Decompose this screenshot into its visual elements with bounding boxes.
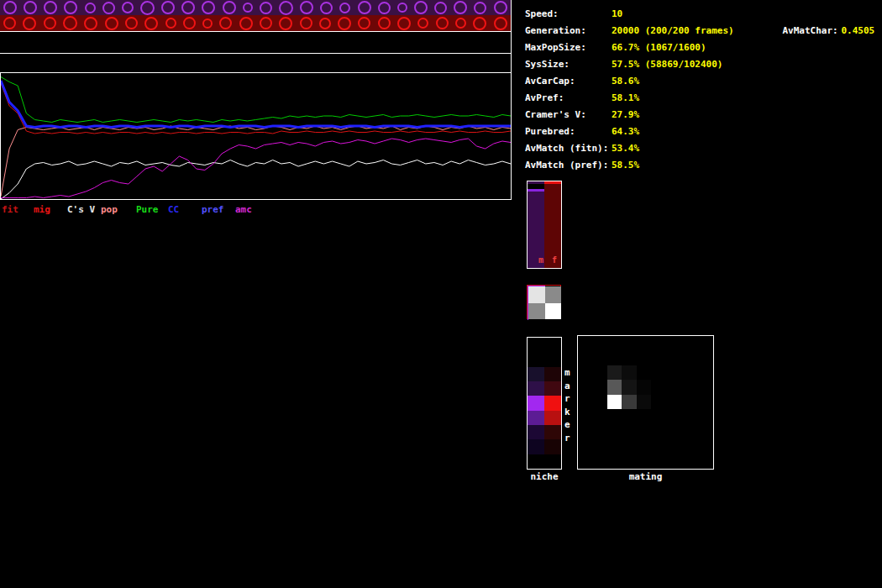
matrix-accent-edge-left xyxy=(528,286,528,320)
series-amc xyxy=(1,139,511,198)
strip-row-female xyxy=(0,15,511,31)
grid-cell xyxy=(637,365,651,380)
grid-cell xyxy=(528,303,545,320)
grid-cell xyxy=(528,367,544,381)
grid-cell xyxy=(544,425,561,439)
sex-ratio-bar: m f xyxy=(527,181,562,269)
organism-ring xyxy=(358,17,370,29)
organism-ring xyxy=(44,1,57,14)
stat-value: 58.1% xyxy=(612,92,639,103)
stat-row: AvPref:58.1% xyxy=(525,90,734,107)
stat-value: 64.3% xyxy=(612,126,639,137)
stat-value: 20000 (200/200 frames) xyxy=(612,25,734,36)
stat-value: 66.7% (1067/1600) xyxy=(612,42,706,53)
organism-ring xyxy=(378,17,391,29)
grid-cell xyxy=(528,381,544,396)
organism-ring xyxy=(202,1,215,14)
organism-ring xyxy=(223,1,236,14)
matrix-accent-edge-top xyxy=(528,286,545,286)
stat-label: AvPref: xyxy=(525,90,612,107)
organism-ring xyxy=(85,3,96,13)
stat-label: SysSize: xyxy=(525,56,612,73)
stat-label: AvMatch (pref): xyxy=(525,157,612,174)
grid-cell xyxy=(528,411,544,425)
grid-cell xyxy=(544,411,561,425)
stat-value: 27.9% xyxy=(612,109,639,120)
niche-panel xyxy=(527,337,562,470)
organism-ring xyxy=(454,1,467,14)
series-CsV xyxy=(1,160,511,200)
stat-row: Cramer's V:27.9% xyxy=(525,107,734,123)
legend-item-amc: amc xyxy=(235,204,252,215)
grid-cell xyxy=(544,352,561,366)
organism-ring xyxy=(102,2,115,14)
legend-item-pref: pref xyxy=(202,204,224,215)
simulation-window: fitmigC's VpopPureCCprefamc Speed:10Gene… xyxy=(0,0,882,588)
stat-row: Purebred:64.3% xyxy=(525,123,734,140)
stat-value: 53.4% xyxy=(612,143,639,154)
stat-value: 10 xyxy=(612,8,622,19)
histogram-divider-line xyxy=(0,53,512,54)
marker-axis-label: marker xyxy=(564,366,571,444)
grid-cell xyxy=(545,303,562,320)
organism-ring xyxy=(338,17,351,30)
organism-ring xyxy=(414,1,428,14)
stat-row: MaxPopSize:66.7% (1067/1600) xyxy=(525,39,734,56)
organism-ring xyxy=(44,17,56,29)
grid-cell xyxy=(528,338,544,352)
avmatchar-value: 0.4505 xyxy=(842,25,875,36)
organism-ring xyxy=(181,1,195,14)
organism-ring xyxy=(122,2,134,13)
organism-ring xyxy=(23,17,36,30)
grid-cell xyxy=(544,381,561,396)
stat-label: AvCarCap: xyxy=(525,73,612,90)
organism-ring xyxy=(63,16,77,30)
legend-item-pop: pop xyxy=(101,204,118,215)
mating-grid xyxy=(607,365,651,409)
organism-ring xyxy=(165,18,176,29)
grid-cell xyxy=(607,380,622,394)
organism-ring xyxy=(320,2,333,14)
series-pop xyxy=(1,126,511,197)
stat-value: 58.5% xyxy=(612,160,639,171)
organism-ring xyxy=(436,17,449,29)
mating-panel xyxy=(577,335,714,470)
avmatchar-readout: AvMatChar:0.4505 xyxy=(760,6,874,23)
organism-ring xyxy=(494,17,507,30)
avmatchar-label: AvMatChar: xyxy=(783,23,842,39)
legend-item-cc: CC xyxy=(168,204,179,215)
species-matrix-grid xyxy=(528,286,561,319)
grid-cell xyxy=(528,439,544,454)
grid-cell xyxy=(544,338,561,352)
grid-cell xyxy=(528,396,544,410)
organism-ring xyxy=(144,17,158,30)
chart-legend: fitmigC's VpopPureCCprefamc xyxy=(2,204,513,216)
grid-cell xyxy=(528,352,544,366)
grid-cell xyxy=(637,380,651,394)
stat-label: Speed: xyxy=(525,6,612,23)
histogram-right-edge-line xyxy=(511,32,512,72)
organism-ring xyxy=(24,1,37,14)
organism-ring xyxy=(105,17,118,30)
legend-item-mig: mig xyxy=(34,204,50,215)
organism-ring xyxy=(202,18,213,29)
organism-ring xyxy=(279,17,292,30)
organism-ring xyxy=(64,1,77,14)
grid-cell xyxy=(545,286,562,303)
grid-cell xyxy=(544,439,561,454)
organism-ring xyxy=(279,1,293,15)
organism-ring xyxy=(243,3,253,13)
organism-ring xyxy=(397,17,411,30)
stat-row: AvCarCap:58.6% xyxy=(525,73,734,90)
organism-ring xyxy=(474,2,486,14)
organism-ring xyxy=(125,17,138,29)
organism-ring xyxy=(183,17,196,29)
grid-cell xyxy=(544,396,561,410)
stat-label: MaxPopSize: xyxy=(525,39,612,56)
stat-row: Generation:20000 (200/200 frames) xyxy=(525,23,734,39)
grid-cell xyxy=(607,365,622,380)
female-column-highlight-line xyxy=(544,181,561,184)
organism-ring xyxy=(339,3,350,13)
population-strip xyxy=(0,0,512,32)
organism-ring xyxy=(239,17,253,30)
